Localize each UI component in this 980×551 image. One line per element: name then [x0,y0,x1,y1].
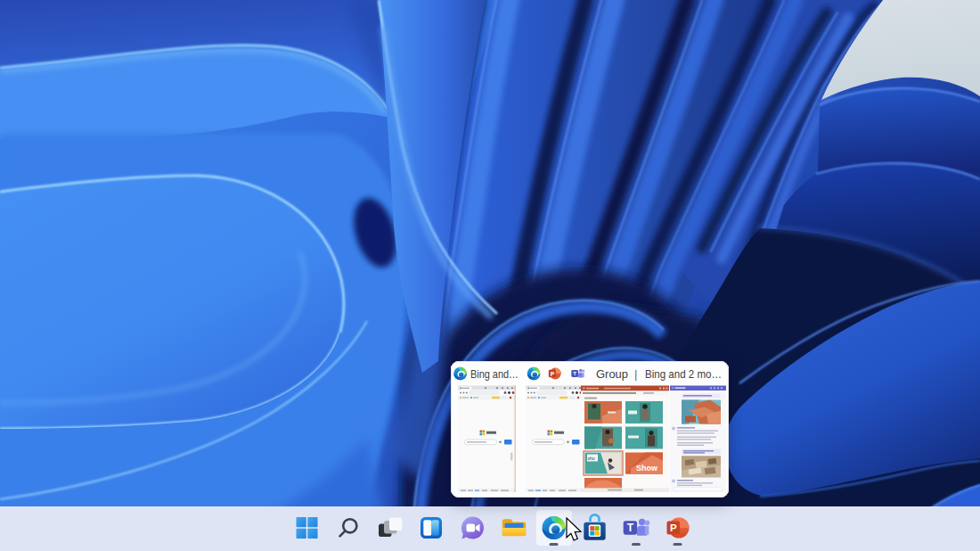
svg-text:P: P [551,371,555,377]
svg-text:Bing and…: Bing and… [470,367,519,381]
svg-text:Bing and 2 mo…: Bing and 2 mo… [645,367,722,381]
svg-text:P: P [670,522,677,533]
svg-text:Show: Show [636,464,658,473]
svg-text:|: | [634,367,637,381]
svg-text:T: T [627,522,634,534]
svg-text:T: T [573,370,576,376]
svg-text:Group: Group [596,367,628,381]
svg-text:sho: sho [588,456,595,461]
